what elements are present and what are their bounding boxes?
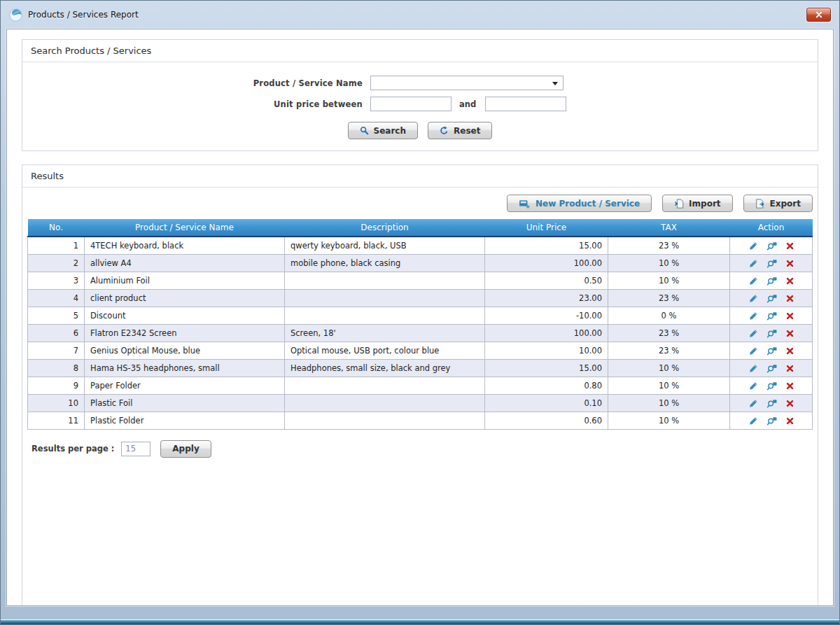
cell-description: Optical mouse, USB port, colour blue [285,342,485,359]
edit-icon[interactable] [749,311,758,321]
table-row: 5 Discount -10.00 0 % [28,307,813,324]
results-per-page-input[interactable] [121,442,150,456]
cell-unit-price: 23.00 [485,289,608,307]
search-icon [360,126,369,135]
cell-action [730,272,813,289]
delete-icon[interactable] [786,295,794,302]
view-icon[interactable] [766,259,778,268]
titlebar: Products / Services Report [1,1,839,29]
cell-product-service-name: Plastic Folder [85,412,285,429]
unit-price-max-input[interactable] [485,97,566,111]
delete-icon[interactable] [786,330,794,337]
chevron-down-icon [552,82,558,85]
search-button-label: Search [374,126,406,136]
edit-icon[interactable] [749,294,758,303]
edit-icon[interactable] [749,259,758,268]
edit-icon[interactable] [749,399,758,408]
cell-tax: 10 % [608,359,730,377]
delete-icon[interactable] [786,312,794,320]
export-button-label: Export [770,199,801,209]
cell-product-service-name: Paper Folder [85,377,285,394]
reset-button[interactable]: Reset [428,122,492,139]
edit-icon[interactable] [749,276,758,286]
cell-action [730,342,813,359]
cell-product-service-name: Plastic Foil [85,394,285,412]
import-button[interactable]: Import [662,195,732,212]
cell-unit-price: 15.00 [485,359,608,377]
edit-icon[interactable] [749,381,758,391]
cell-unit-price: 10.00 [485,342,608,359]
app-window: Products / Services Report Search Produc… [0,0,840,625]
view-icon[interactable] [766,294,778,303]
cell-action [730,254,813,272]
delete-icon[interactable] [786,347,794,355]
edit-icon[interactable] [749,364,758,373]
results-panel: Results New Product / Service [22,164,818,606]
edit-icon[interactable] [749,241,758,251]
import-icon [674,199,684,209]
cell-tax: 23 % [608,289,730,307]
search-button[interactable]: Search [348,122,418,139]
table-row: 8 Hama HS-35 headphones, small Headphone… [28,359,813,377]
new-product-service-button[interactable]: New Product / Service [507,195,652,212]
view-icon[interactable] [766,241,778,251]
view-icon[interactable] [766,311,778,321]
cell-no: 10 [28,394,85,412]
edit-icon[interactable] [749,346,758,356]
cell-unit-price: 100.00 [485,254,608,272]
cell-description [285,272,485,289]
new-product-service-label: New Product / Service [536,199,640,209]
delete-icon[interactable] [786,400,794,407]
product-name-label: Product / Service Name [22,78,370,88]
view-icon[interactable] [766,416,778,426]
cell-no: 7 [28,342,85,359]
delete-icon[interactable] [786,365,794,372]
cell-no: 8 [28,359,85,377]
delete-icon[interactable] [786,242,794,250]
results-panel-title: Results [22,165,818,188]
view-icon[interactable] [766,346,778,356]
table-row: 7 Genius Optical Mouse, blue Optical mou… [28,342,813,359]
unit-price-min-input[interactable] [370,97,451,111]
main-content: Search Products / Services Product / Ser… [6,29,834,606]
cell-description [285,307,485,324]
apply-button-label: Apply [172,444,199,454]
cell-action [730,324,813,342]
cell-unit-price: 0.80 [485,377,608,394]
export-button[interactable]: Export [743,195,813,212]
edit-icon[interactable] [749,416,758,426]
view-icon[interactable] [766,364,778,373]
results-table: No. Product / Service Name Description U… [27,219,813,430]
cell-tax: 10 % [608,254,730,272]
delete-icon[interactable] [786,260,794,267]
apply-button[interactable]: Apply [160,440,211,458]
search-panel-title: Search Products / Services [22,40,818,62]
results-toolbar: New Product / Service Import [27,195,813,212]
cell-tax: 10 % [608,412,730,429]
cell-no: 5 [28,307,85,324]
results-table-body: 1 4TECH keyboard, black qwerty keyboard,… [28,237,813,429]
product-name-select[interactable] [370,76,564,90]
cell-product-service-name: Flatron E2342 Screen [85,324,285,342]
delete-icon[interactable] [786,382,794,390]
cell-tax: 23 % [608,324,730,342]
table-row: 6 Flatron E2342 Screen Screen, 18' 100.0… [28,324,813,342]
cell-action [730,359,813,377]
close-button[interactable] [806,8,831,22]
delete-icon[interactable] [786,277,794,285]
delete-icon[interactable] [786,417,794,425]
view-icon[interactable] [766,399,778,408]
view-icon[interactable] [766,276,778,286]
cell-description [285,412,485,429]
view-icon[interactable] [766,381,778,391]
cell-product-service-name: client product [85,289,285,307]
view-icon[interactable] [766,329,778,338]
cell-product-service-name: allview A4 [85,254,285,272]
edit-icon[interactable] [749,329,758,338]
cell-tax: 10 % [608,394,730,412]
cell-unit-price: 0.10 [485,394,608,412]
app-logo-icon [9,8,22,22]
reset-button-label: Reset [454,126,480,136]
cell-no: 6 [28,324,85,342]
table-row: 3 Aluminium Foil 0.50 10 % [28,272,813,289]
